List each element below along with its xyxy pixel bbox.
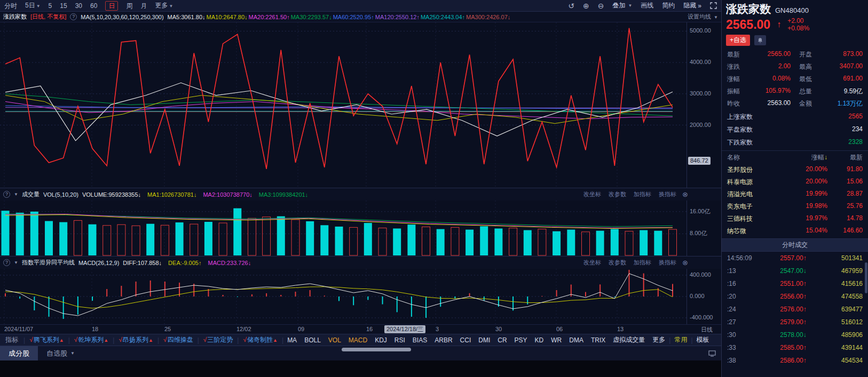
date-tick[interactable]: 09 (298, 326, 304, 332)
period-月[interactable]: 月 (140, 2, 147, 10)
hide-button[interactable]: 隐藏» (683, 1, 701, 10)
collapse-icon[interactable]: ▼ (14, 260, 18, 265)
indicator-MA[interactable]: MA (283, 336, 301, 344)
date-tick[interactable]: 18 (92, 326, 98, 332)
date-tick[interactable]: 13 (617, 326, 624, 332)
indicator-DMI[interactable]: DMI (475, 336, 494, 344)
strategy-乾坤系列[interactable]: √乾坤系列▲ (70, 335, 113, 344)
period-30[interactable]: 30 (75, 2, 82, 10)
ma-settings-button[interactable]: 设置均线 ▼ (688, 13, 718, 21)
indicator-CR[interactable]: CR (494, 336, 510, 344)
strategy-腾飞系列[interactable]: √腾飞系列▲ (25, 335, 68, 344)
stock-row-纳芯微[interactable]: 纳芯微15.04%146.60 (722, 225, 868, 237)
date-tick[interactable]: 16 (366, 326, 373, 332)
period-5日[interactable]: 5日▼ (25, 1, 41, 11)
count-平盘家数: 平盘家数234 (727, 125, 863, 134)
quote-value: 2563.00 (768, 99, 791, 108)
indicator-CCI[interactable]: CCI (456, 336, 475, 344)
tick-time: :20 (727, 293, 762, 300)
main-chart[interactable] (0, 22, 686, 188)
stock-name: 圣邦股份 (727, 165, 787, 174)
volume-chart[interactable] (0, 200, 686, 256)
stock-row-科泰电源[interactable]: 科泰电源20.00%15.06 (722, 176, 868, 188)
chart-mode-label[interactable]: [日线, 不复权] (30, 13, 66, 21)
zoom-in-icon[interactable]: ⊕ (583, 2, 589, 10)
undo-icon[interactable]: ↺ (568, 2, 574, 10)
date-tick[interactable]: 06 (556, 326, 563, 332)
date-tick[interactable]: 2024/11/07 (4, 326, 33, 332)
period-60[interactable]: 60 (90, 2, 97, 10)
date-tick[interactable]: 12/02 (236, 326, 251, 332)
period-15[interactable]: 15 (60, 2, 67, 10)
indicator-VOL[interactable]: VOL (325, 336, 345, 344)
macd-chart[interactable] (0, 269, 686, 324)
strategy-昂扬系列[interactable]: √昂扬系列▲ (114, 335, 157, 344)
pane-link-改参数[interactable]: 改参数 (609, 190, 626, 198)
stock-row-三德科技[interactable]: 三德科技19.97%14.78 (722, 213, 868, 225)
indicator-更多[interactable]: 更多 (649, 335, 669, 344)
date-tick[interactable]: 25 (164, 326, 171, 332)
pane-link-改坐标[interactable]: 改坐标 (583, 190, 601, 198)
button-常用[interactable]: 常用 (670, 335, 691, 344)
pane-link-改参数[interactable]: 改参数 (609, 259, 626, 267)
draw-line-button[interactable]: 画线 (641, 1, 653, 10)
indicator-BIAS[interactable]: BIAS (409, 336, 431, 344)
help-icon[interactable]: ? (3, 259, 10, 266)
indicator-虚拟成交量[interactable]: 虚拟成交量 (609, 335, 649, 344)
stock-row-清溢光电[interactable]: 清溢光电19.99%28.87 (722, 188, 868, 200)
help-icon[interactable]: ? (3, 191, 10, 198)
tab-成分股[interactable]: 成分股 (0, 346, 38, 360)
indicator-KDJ[interactable]: KDJ (371, 336, 391, 344)
indicator-BOLL[interactable]: BOLL (301, 336, 325, 344)
indicator-WR[interactable]: WR (547, 336, 565, 344)
pane-link-换指标[interactable]: 换指标 (659, 259, 676, 267)
date-tick[interactable]: 30 (495, 326, 502, 332)
period-更多[interactable]: 更多▼ (155, 1, 173, 11)
period-日[interactable]: 日 (105, 1, 118, 11)
pane-link-换指标[interactable]: 换指标 (659, 190, 676, 198)
indicator-ARBR[interactable]: ARBR (431, 336, 456, 344)
pane-link-加指标[interactable]: 加指标 (634, 190, 651, 198)
help-icon[interactable]: ? (70, 13, 77, 20)
scrollbar-thumb[interactable] (342, 348, 411, 351)
indicator-value: MA250:2443.04↑ (421, 14, 465, 20)
period-分时[interactable]: 分时 (4, 2, 17, 10)
indicator-DMA[interactable]: DMA (565, 336, 587, 344)
indicator-TRIX[interactable]: TRIX (587, 336, 609, 344)
indicator-MACD[interactable]: MACD (345, 336, 371, 344)
overlay-button[interactable]: 叠加▼ (612, 1, 632, 10)
volume-bar-up (161, 225, 169, 255)
period-周[interactable]: 周 (126, 2, 132, 10)
tick-list: 14:56:092557.00↑501341:132547.00↓467959:… (722, 252, 868, 377)
stock-row-圣邦股份[interactable]: 圣邦股份20.00%91.80 (722, 164, 868, 176)
panel-scrollbar-thumb[interactable] (865, 262, 867, 293)
add-watchlist-button[interactable]: +自选 (726, 35, 750, 46)
current-value-marker: 846.72 (688, 157, 711, 165)
strategy-储奇制胜[interactable]: √储奇制胜▲ (239, 335, 282, 344)
col-name[interactable]: 名称 (727, 153, 787, 162)
simple-mode-button[interactable]: 简约 (662, 1, 675, 10)
zoom-out-icon[interactable]: ⊖ (598, 2, 604, 10)
col-last[interactable]: 最新 (827, 153, 863, 162)
monitor-icon[interactable] (708, 346, 721, 360)
collapse-icon[interactable]: ▼ (14, 192, 18, 197)
strategy-四维操盘[interactable]: √四维操盘 (159, 335, 198, 344)
close-icon[interactable]: ⊗ (682, 190, 688, 198)
indicator-KD[interactable]: KD (531, 336, 548, 344)
pane-link-加指标[interactable]: 加指标 (634, 259, 651, 267)
stock-row-奕东电子[interactable]: 奕东电子19.98%25.76 (722, 200, 868, 213)
expand-icon[interactable] (710, 2, 717, 9)
button-模板[interactable]: 模板 (693, 335, 713, 344)
col-change[interactable]: 涨幅↓ (787, 153, 827, 162)
period-5[interactable]: 5 (49, 2, 52, 10)
tab-自选股[interactable]: 自选股▼ (38, 346, 83, 360)
date-tick[interactable]: 3 (436, 326, 439, 332)
indicator-RSI[interactable]: RSI (391, 336, 409, 344)
indicator-value: MA1:1026730781↓ (147, 191, 196, 198)
strategy-三阶定势[interactable]: √三阶定势 (199, 335, 238, 344)
alert-bell-icon[interactable] (754, 35, 766, 45)
quote-value: 2.00 (778, 62, 791, 71)
close-icon[interactable]: ⊗ (682, 259, 688, 267)
pane-link-改坐标[interactable]: 改坐标 (583, 259, 601, 267)
indicator-PSY[interactable]: PSY (511, 336, 531, 344)
